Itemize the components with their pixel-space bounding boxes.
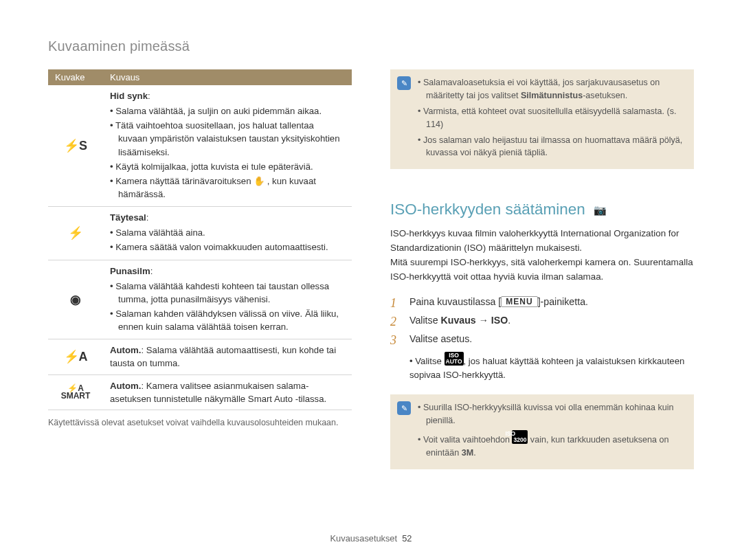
flash-auto-icon: ⚡A (48, 339, 103, 374)
note-box: ✎ Suurilla ISO-herkkyyksillä kuvissa voi… (390, 394, 694, 469)
row-bullet: Kamera säätää valon voimakkuuden automaa… (110, 240, 345, 254)
flash-fill-icon: ⚡ (48, 207, 103, 260)
note-icon: ✎ (397, 76, 411, 90)
page-footer: Kuvausasetukset 52 (0, 533, 742, 544)
menu-button-glyph: MENU (501, 296, 537, 307)
row-bullet: Tätä vaihtoehtoa suositellaan, jos halua… (110, 119, 345, 158)
step-1: 1 Paina kuvaustilassa [MENU]-painiketta. (390, 296, 694, 311)
left-footnote: Käytettävissä olevat asetukset voivat va… (48, 417, 352, 429)
note-box: ✎ Salamavaloasetuksia ei voi käyttää, jo… (390, 69, 694, 169)
flash-smart-auto-icon: ⚡A SMART (48, 374, 103, 410)
row-label: Punasilm (110, 266, 150, 276)
row-bullet: Salama välähtää aina. (110, 226, 345, 239)
table-row: ⚡ Täytesal: Salama välähtää aina. Kamera… (48, 207, 352, 260)
note-icon: ✎ (397, 401, 411, 415)
flash-red-eye-icon: ◉ (48, 260, 103, 339)
table-row: ◉ Punasilm: Salama välähtää kahdesti koh… (48, 260, 352, 339)
row-bullet: Kamera näyttää tärinävaroituksen ✋ , kun… (110, 175, 345, 201)
row-bullet: Käytä kolmijalkaa, jotta kuvista ei tule… (110, 160, 345, 173)
row-label-bold: Autom. (110, 345, 141, 355)
col-desc-header: Kuvaus (103, 69, 352, 85)
note-item: Voit valita vaihtoehdon ISO3200 vain, ku… (418, 430, 684, 460)
iso-auto-glyph: ISOAUTO (445, 352, 464, 366)
row-label: Täytesal (110, 212, 146, 223)
page-title: Kuvaaminen pimeässä (48, 38, 694, 54)
table-row: ⚡A SMART Autom.: Kamera valitsee asianmu… (48, 374, 352, 410)
step-3-substep: Valitse ISOAUTO, jos haluat käyttää koht… (409, 352, 694, 382)
flash-options-table: Kuvake Kuvaus ⚡S Hid synk: Salama väläht… (48, 69, 352, 410)
row-bullet: Salaman kahden välähdyksen välissä on vi… (110, 307, 345, 333)
camera-mode-icon: 📷 (594, 204, 607, 216)
note-item: Jos salaman valo heijastuu tai ilmassa o… (418, 134, 684, 160)
step-number: 3 (390, 333, 403, 348)
row-label-bold: Autom. (110, 381, 141, 391)
table-row: ⚡S Hid synk: Salama välähtää, ja suljin … (48, 85, 352, 207)
section-heading: ISO-herkkyyden säätäminen 📷 (390, 201, 694, 219)
row-bullet: Salama välähtää, ja suljin on auki pidem… (110, 104, 345, 117)
row-bullet: Salama välähtää kahdesti kohteen tai tau… (110, 280, 345, 306)
step-3: 3 Valitse asetus. (390, 333, 694, 348)
note-item: Varmista, että kohteet ovat suositellull… (418, 105, 684, 131)
row-label: Hid synk (110, 91, 148, 101)
flash-slow-sync-icon: ⚡S (48, 85, 103, 207)
iso-3200-glyph: ISO3200 (512, 430, 528, 444)
step-number: 1 (390, 296, 403, 311)
col-icon-header: Kuvake (48, 69, 103, 85)
step-2: 2 Valitse Kuvaus → ISO. (390, 315, 694, 329)
step-number: 2 (390, 315, 403, 329)
note-item: Suurilla ISO-herkkyyksillä kuvissa voi o… (418, 401, 684, 427)
section-prose: ISO-herkkyys kuvaa filmin valoherkkyyttä… (390, 227, 694, 284)
note-item: Salamavaloasetuksia ei voi käyttää, jos … (418, 76, 684, 102)
table-row: ⚡A Autom.: Salama välähtää automaattises… (48, 339, 352, 374)
